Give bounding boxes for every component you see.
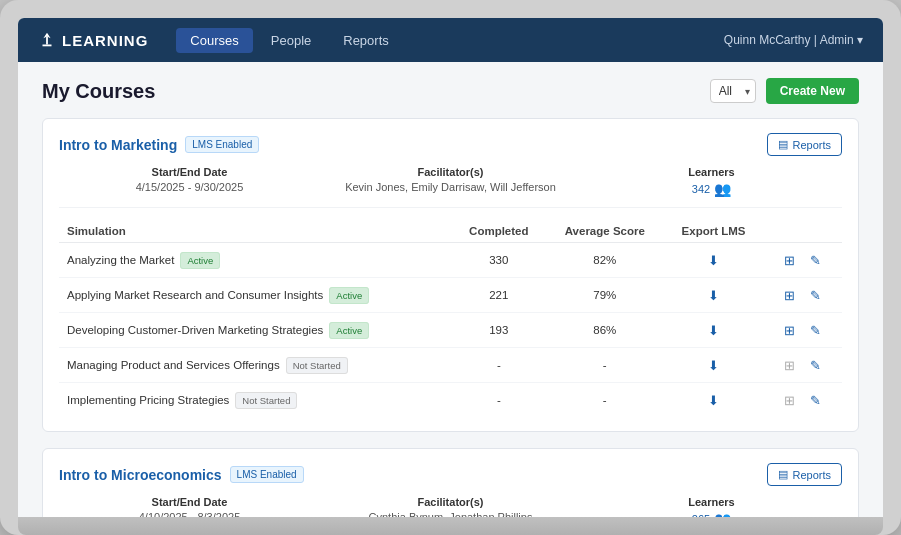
lms-badge-2: LMS Enabled bbox=[230, 466, 304, 483]
grid-icon[interactable]: ⊞ bbox=[778, 284, 800, 306]
status-badge: Active bbox=[180, 252, 220, 269]
sim-name-cell: Implementing Pricing StrategiesNot Start… bbox=[59, 383, 452, 418]
action-cell: ⊞ ✎ bbox=[771, 249, 834, 271]
edit-icon[interactable]: ✎ bbox=[804, 249, 826, 271]
meta-facilitators: Facilitator(s) Kevin Jones, Emily Darris… bbox=[320, 166, 581, 197]
filter-select[interactable]: All bbox=[710, 79, 756, 103]
edit-icon[interactable]: ✎ bbox=[804, 284, 826, 306]
table-row: Analyzing the MarketActive33082%⬇ ⊞ ✎ bbox=[59, 243, 842, 278]
meta-start-end-2: Start/End Date 4/10/2025 - 8/3/2025 bbox=[59, 496, 320, 517]
completed-cell: 221 bbox=[452, 278, 545, 313]
sim-name: Managing Product and Services Offerings bbox=[67, 359, 280, 371]
avg-score-cell: 86% bbox=[545, 313, 664, 348]
avg-score-cell: 82% bbox=[545, 243, 664, 278]
action-cell: ⊞ ✎ bbox=[771, 389, 834, 411]
export-cell: ⬇ bbox=[664, 383, 763, 418]
page-title: My Courses bbox=[42, 80, 155, 103]
meta-facilitators-2: Facilitator(s) Cynthia Bynum, Jonathan P… bbox=[320, 496, 581, 517]
grid-icon[interactable]: ⊞ bbox=[778, 389, 800, 411]
action-cell: ⊞ ✎ bbox=[771, 354, 834, 376]
edit-icon[interactable]: ✎ bbox=[804, 389, 826, 411]
course-title-link-2[interactable]: Intro to Microeconomics bbox=[59, 467, 222, 483]
course-header-2: Intro to Microeconomics LMS Enabled ▤ Re… bbox=[59, 463, 842, 486]
create-new-button[interactable]: Create New bbox=[766, 78, 859, 104]
export-cell: ⬇ bbox=[664, 278, 763, 313]
navigation: LEARNING Courses People Reports Quinn Mc… bbox=[18, 18, 883, 62]
filter-wrapper: All ▾ bbox=[710, 79, 756, 103]
avg-score-cell: 79% bbox=[545, 278, 664, 313]
status-badge: Not Started bbox=[235, 392, 297, 409]
bar-chart-icon: ▤ bbox=[778, 138, 788, 151]
export-cell: ⬇ bbox=[664, 243, 763, 278]
sim-name: Implementing Pricing Strategies bbox=[67, 394, 229, 406]
course-meta-2: Start/End Date 4/10/2025 - 8/3/2025 Faci… bbox=[59, 496, 842, 517]
sim-name-cell: Managing Product and Services OfferingsN… bbox=[59, 348, 452, 383]
course-header: Intro to Marketing LMS Enabled ▤ Reports bbox=[59, 133, 842, 156]
status-badge: Not Started bbox=[286, 357, 348, 374]
course-title-row-2: Intro to Microeconomics LMS Enabled bbox=[59, 466, 304, 483]
laptop-base bbox=[18, 517, 883, 535]
sim-name: Applying Market Research and Consumer In… bbox=[67, 289, 323, 301]
download-icon[interactable]: ⬇ bbox=[703, 249, 725, 271]
edit-cell: ⊞ ✎ bbox=[763, 348, 842, 383]
sim-name-cell: Analyzing the MarketActive bbox=[59, 243, 452, 278]
table-row: Implementing Pricing StrategiesNot Start… bbox=[59, 383, 842, 418]
user-menu[interactable]: Quinn McCarthy | Admin ▾ bbox=[724, 33, 863, 47]
edit-icon[interactable]: ✎ bbox=[804, 319, 826, 341]
sim-name-cell: Developing Customer-Driven Marketing Str… bbox=[59, 313, 452, 348]
col-simulation: Simulation bbox=[59, 220, 452, 243]
edit-cell: ⊞ ✎ bbox=[763, 243, 842, 278]
svg-rect-2 bbox=[43, 45, 52, 47]
sim-name: Developing Customer-Driven Marketing Str… bbox=[67, 324, 323, 336]
download-icon[interactable]: ⬇ bbox=[703, 284, 725, 306]
download-icon[interactable]: ⬇ bbox=[703, 319, 725, 341]
reports-button-2[interactable]: ▤ Reports bbox=[767, 463, 842, 486]
logo-icon bbox=[38, 31, 56, 49]
users-icon: 👥 bbox=[714, 181, 731, 197]
table-row: Managing Product and Services OfferingsN… bbox=[59, 348, 842, 383]
table-row: Applying Market Research and Consumer In… bbox=[59, 278, 842, 313]
avg-score-cell: - bbox=[545, 348, 664, 383]
completed-cell: - bbox=[452, 348, 545, 383]
course-card-marketing: Intro to Marketing LMS Enabled ▤ Reports… bbox=[42, 118, 859, 432]
reports-button[interactable]: ▤ Reports bbox=[767, 133, 842, 156]
brand-logo: LEARNING bbox=[38, 31, 148, 49]
completed-cell: 193 bbox=[452, 313, 545, 348]
header-actions: All ▾ Create New bbox=[710, 78, 859, 104]
edit-icon[interactable]: ✎ bbox=[804, 354, 826, 376]
learners-count[interactable]: 342 bbox=[692, 183, 710, 195]
export-cell: ⬇ bbox=[664, 313, 763, 348]
grid-icon[interactable]: ⊞ bbox=[778, 354, 800, 376]
course-title-link[interactable]: Intro to Marketing bbox=[59, 137, 177, 153]
meta-start-end: Start/End Date 4/15/2025 - 9/30/2025 bbox=[59, 166, 320, 197]
sim-name-cell: Applying Market Research and Consumer In… bbox=[59, 278, 452, 313]
col-actions bbox=[763, 220, 842, 243]
action-cell: ⊞ ✎ bbox=[771, 284, 834, 306]
download-icon[interactable]: ⬇ bbox=[703, 389, 725, 411]
laptop-frame: LEARNING Courses People Reports Quinn Mc… bbox=[0, 0, 901, 535]
col-avg-score: Average Score bbox=[545, 220, 664, 243]
grid-icon[interactable]: ⊞ bbox=[778, 319, 800, 341]
edit-cell: ⊞ ✎ bbox=[763, 278, 842, 313]
course-meta: Start/End Date 4/15/2025 - 9/30/2025 Fac… bbox=[59, 166, 842, 208]
nav-tab-courses[interactable]: Courses bbox=[176, 28, 252, 53]
screen: LEARNING Courses People Reports Quinn Mc… bbox=[18, 18, 883, 517]
grid-icon[interactable]: ⊞ bbox=[778, 249, 800, 271]
nav-tab-reports[interactable]: Reports bbox=[329, 28, 403, 53]
action-cell: ⊞ ✎ bbox=[771, 319, 834, 341]
completed-cell: - bbox=[452, 383, 545, 418]
edit-cell: ⊞ ✎ bbox=[763, 383, 842, 418]
simulations-table: Simulation Completed Average Score Expor… bbox=[59, 220, 842, 417]
download-icon[interactable]: ⬇ bbox=[703, 354, 725, 376]
status-badge: Active bbox=[329, 322, 369, 339]
meta-learners-2: Learners 265 👥 bbox=[581, 496, 842, 517]
completed-cell: 330 bbox=[452, 243, 545, 278]
nav-tabs: Courses People Reports bbox=[176, 28, 723, 53]
export-cell: ⬇ bbox=[664, 348, 763, 383]
nav-tab-people[interactable]: People bbox=[257, 28, 325, 53]
brand-label: LEARNING bbox=[62, 32, 148, 49]
status-badge: Active bbox=[329, 287, 369, 304]
col-export-lms: Export LMS bbox=[664, 220, 763, 243]
lms-badge: LMS Enabled bbox=[185, 136, 259, 153]
avg-score-cell: - bbox=[545, 383, 664, 418]
